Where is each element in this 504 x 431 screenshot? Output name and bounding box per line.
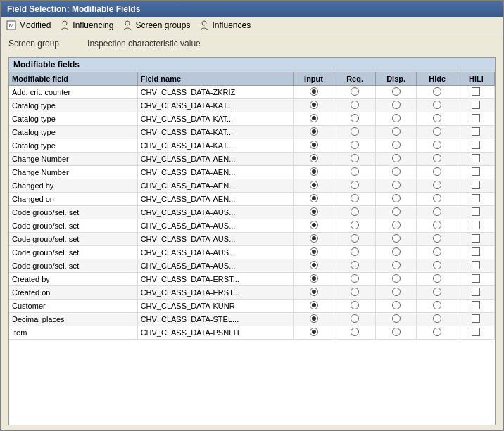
radio-disp[interactable] bbox=[392, 207, 401, 216]
cell-disp[interactable] bbox=[375, 139, 417, 153]
cell-req[interactable] bbox=[334, 233, 376, 246]
cell-hili[interactable] bbox=[458, 259, 494, 273]
radio-hide[interactable] bbox=[433, 247, 441, 256]
checkbox-hili[interactable] bbox=[472, 288, 480, 296]
radio-hide[interactable] bbox=[433, 328, 441, 336]
cell-disp[interactable] bbox=[375, 273, 417, 286]
checkbox-hili[interactable] bbox=[472, 154, 480, 162]
radio-hide[interactable] bbox=[433, 301, 441, 309]
cell-req[interactable] bbox=[334, 206, 376, 219]
cell-hide[interactable] bbox=[417, 179, 458, 193]
cell-disp[interactable] bbox=[375, 112, 417, 126]
radio-disp[interactable] bbox=[392, 101, 401, 109]
radio-req[interactable] bbox=[351, 247, 359, 256]
toolbar-screen-groups[interactable]: Screen groups bbox=[122, 20, 190, 31]
cell-disp[interactable] bbox=[375, 300, 417, 313]
cell-hili[interactable] bbox=[458, 233, 494, 246]
radio-input[interactable] bbox=[310, 314, 318, 323]
cell-input[interactable] bbox=[293, 326, 334, 340]
cell-req[interactable] bbox=[334, 166, 376, 179]
cell-req[interactable] bbox=[334, 179, 376, 193]
checkbox-hili[interactable] bbox=[472, 181, 480, 189]
radio-input[interactable] bbox=[310, 221, 318, 229]
radio-disp[interactable] bbox=[392, 247, 401, 256]
cell-req[interactable] bbox=[334, 99, 376, 112]
cell-hili[interactable] bbox=[458, 313, 494, 326]
radio-input[interactable] bbox=[310, 194, 318, 202]
cell-disp[interactable] bbox=[375, 326, 417, 340]
radio-input[interactable] bbox=[310, 101, 318, 109]
checkbox-hili[interactable] bbox=[472, 314, 480, 323]
radio-req[interactable] bbox=[351, 194, 359, 202]
cell-req[interactable] bbox=[334, 300, 376, 313]
cell-hili[interactable] bbox=[458, 219, 494, 233]
cell-input[interactable] bbox=[293, 179, 334, 193]
cell-req[interactable] bbox=[334, 259, 376, 273]
cell-input[interactable] bbox=[293, 166, 334, 179]
cell-disp[interactable] bbox=[375, 313, 417, 326]
radio-req[interactable] bbox=[351, 221, 359, 229]
radio-input[interactable] bbox=[310, 181, 318, 189]
radio-hide[interactable] bbox=[433, 314, 441, 323]
radio-req[interactable] bbox=[351, 114, 359, 122]
radio-hide[interactable] bbox=[433, 261, 441, 269]
cell-disp[interactable] bbox=[375, 193, 417, 206]
cell-hili[interactable] bbox=[458, 286, 494, 300]
cell-input[interactable] bbox=[293, 300, 334, 313]
radio-input[interactable] bbox=[310, 301, 318, 309]
cell-input[interactable] bbox=[293, 219, 334, 233]
cell-hili[interactable] bbox=[458, 246, 494, 259]
toolbar-influencing[interactable]: Influencing bbox=[59, 20, 113, 31]
checkbox-hili[interactable] bbox=[472, 261, 480, 269]
radio-hide[interactable] bbox=[433, 127, 441, 136]
cell-req[interactable] bbox=[334, 126, 376, 139]
cell-hide[interactable] bbox=[417, 86, 458, 99]
radio-input[interactable] bbox=[310, 288, 318, 296]
cell-hide[interactable] bbox=[417, 112, 458, 126]
cell-req[interactable] bbox=[334, 313, 376, 326]
radio-hide[interactable] bbox=[433, 194, 441, 202]
radio-input[interactable] bbox=[310, 234, 318, 243]
cell-input[interactable] bbox=[293, 99, 334, 112]
cell-hili[interactable] bbox=[458, 112, 494, 126]
cell-hide[interactable] bbox=[417, 126, 458, 139]
radio-disp[interactable] bbox=[392, 288, 401, 296]
cell-hide[interactable] bbox=[417, 153, 458, 166]
checkbox-hili[interactable] bbox=[472, 207, 480, 216]
cell-hide[interactable] bbox=[417, 99, 458, 112]
radio-disp[interactable] bbox=[392, 221, 401, 229]
radio-input[interactable] bbox=[310, 167, 318, 176]
cell-input[interactable] bbox=[293, 286, 334, 300]
cell-hili[interactable] bbox=[458, 273, 494, 286]
checkbox-hili[interactable] bbox=[472, 87, 480, 96]
cell-input[interactable] bbox=[293, 206, 334, 219]
radio-hide[interactable] bbox=[433, 207, 441, 216]
cell-hili[interactable] bbox=[458, 326, 494, 340]
cell-input[interactable] bbox=[293, 273, 334, 286]
cell-hide[interactable] bbox=[417, 246, 458, 259]
radio-req[interactable] bbox=[351, 181, 359, 189]
cell-hide[interactable] bbox=[417, 259, 458, 273]
checkbox-hili[interactable] bbox=[472, 247, 480, 256]
cell-req[interactable] bbox=[334, 246, 376, 259]
cell-req[interactable] bbox=[334, 326, 376, 340]
radio-disp[interactable] bbox=[392, 127, 401, 136]
cell-req[interactable] bbox=[334, 86, 376, 99]
cell-hili[interactable] bbox=[458, 139, 494, 153]
checkbox-hili[interactable] bbox=[472, 167, 480, 176]
cell-input[interactable] bbox=[293, 112, 334, 126]
checkbox-hili[interactable] bbox=[472, 127, 480, 136]
radio-hide[interactable] bbox=[433, 114, 441, 122]
radio-disp[interactable] bbox=[392, 114, 401, 122]
cell-disp[interactable] bbox=[375, 233, 417, 246]
cell-input[interactable] bbox=[293, 126, 334, 139]
radio-input[interactable] bbox=[310, 328, 318, 336]
radio-disp[interactable] bbox=[392, 87, 401, 96]
radio-disp[interactable] bbox=[392, 141, 401, 149]
checkbox-hili[interactable] bbox=[472, 274, 480, 283]
toolbar-modified[interactable]: M Modified bbox=[6, 20, 51, 31]
checkbox-hili[interactable] bbox=[472, 114, 480, 122]
radio-req[interactable] bbox=[351, 207, 359, 216]
cell-req[interactable] bbox=[334, 139, 376, 153]
radio-input[interactable] bbox=[310, 114, 318, 122]
